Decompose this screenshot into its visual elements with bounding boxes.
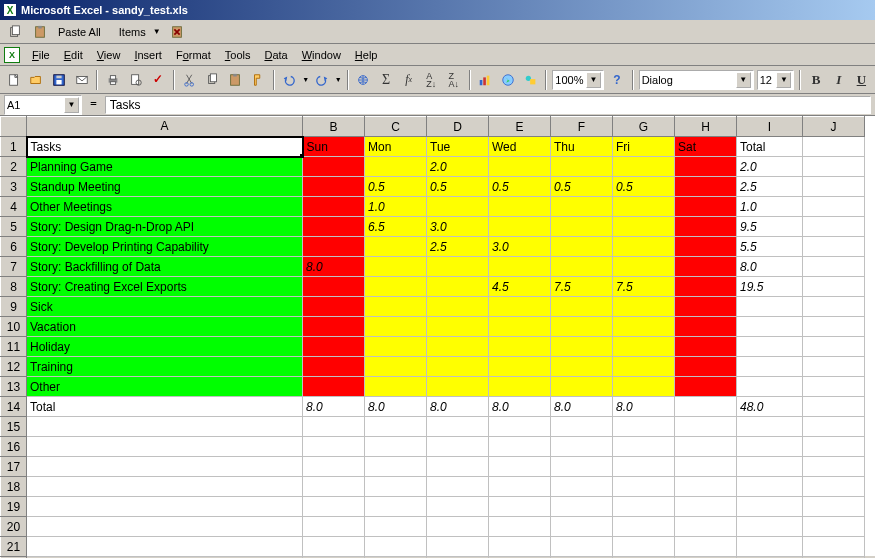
menu-view[interactable]: View: [91, 47, 127, 63]
undo-dropdown-icon[interactable]: ▼: [302, 76, 309, 83]
formula-bar[interactable]: Tasks: [105, 96, 871, 114]
menu-format[interactable]: Format: [170, 47, 217, 63]
cell-A7[interactable]: Story: Backfilling of Data: [27, 257, 303, 277]
cell-C9[interactable]: [365, 297, 427, 317]
cell-H12[interactable]: [675, 357, 737, 377]
cell-H16[interactable]: [675, 437, 737, 457]
font-combo[interactable]: Dialog▼: [639, 70, 754, 90]
cell-D7[interactable]: [427, 257, 489, 277]
cell-F10[interactable]: [551, 317, 613, 337]
cell-I15[interactable]: [737, 417, 803, 437]
cell-E18[interactable]: [489, 477, 551, 497]
column-header-A[interactable]: A: [27, 117, 303, 137]
cell-J18[interactable]: [803, 477, 865, 497]
cell-D20[interactable]: [427, 517, 489, 537]
column-header-E[interactable]: E: [489, 117, 551, 137]
cell-I3[interactable]: 2.5: [737, 177, 803, 197]
cell-C13[interactable]: [365, 377, 427, 397]
cell-E19[interactable]: [489, 497, 551, 517]
cell-B16[interactable]: [303, 437, 365, 457]
bold-button[interactable]: B: [806, 69, 826, 91]
row-header-4[interactable]: 4: [1, 197, 27, 217]
menu-data[interactable]: Data: [258, 47, 293, 63]
cell-J17[interactable]: [803, 457, 865, 477]
chevron-down-icon[interactable]: ▼: [776, 72, 791, 88]
cell-C8[interactable]: [365, 277, 427, 297]
redo-icon[interactable]: [312, 69, 332, 91]
cell-J10[interactable]: [803, 317, 865, 337]
cell-I17[interactable]: [737, 457, 803, 477]
cell-D9[interactable]: [427, 297, 489, 317]
cell-B18[interactable]: [303, 477, 365, 497]
items-dropdown-icon[interactable]: ▼: [151, 27, 163, 36]
cell-J19[interactable]: [803, 497, 865, 517]
paste-icon[interactable]: [225, 69, 245, 91]
cell-I18[interactable]: [737, 477, 803, 497]
cell-G5[interactable]: [613, 217, 675, 237]
cell-J16[interactable]: [803, 437, 865, 457]
cell-G9[interactable]: [613, 297, 675, 317]
cell-D19[interactable]: [427, 497, 489, 517]
cell-A9[interactable]: Sick: [27, 297, 303, 317]
row-header-18[interactable]: 18: [1, 477, 27, 497]
close-clipboard-icon[interactable]: [166, 21, 188, 43]
cell-F19[interactable]: [551, 497, 613, 517]
column-header-C[interactable]: C: [365, 117, 427, 137]
column-header-I[interactable]: I: [737, 117, 803, 137]
chevron-down-icon[interactable]: ▼: [586, 72, 601, 88]
italic-button[interactable]: I: [829, 69, 849, 91]
cell-B13[interactable]: [303, 377, 365, 397]
cell-A12[interactable]: Training: [27, 357, 303, 377]
cell-F17[interactable]: [551, 457, 613, 477]
items-dropdown-label[interactable]: Items: [117, 24, 148, 40]
cell-A10[interactable]: Vacation: [27, 317, 303, 337]
cell-D21[interactable]: [427, 537, 489, 557]
cell-D16[interactable]: [427, 437, 489, 457]
row-header-3[interactable]: 3: [1, 177, 27, 197]
row-header-19[interactable]: 19: [1, 497, 27, 517]
cell-C19[interactable]: [365, 497, 427, 517]
cell-H8[interactable]: [675, 277, 737, 297]
cell-B5[interactable]: [303, 217, 365, 237]
cell-J3[interactable]: [803, 177, 865, 197]
select-all-corner[interactable]: [1, 117, 27, 137]
cell-J7[interactable]: [803, 257, 865, 277]
cell-H11[interactable]: [675, 337, 737, 357]
email-icon[interactable]: [72, 69, 92, 91]
copy-icon[interactable]: [203, 69, 223, 91]
cell-B17[interactable]: [303, 457, 365, 477]
menu-help[interactable]: Help: [349, 47, 384, 63]
cell-E8[interactable]: 4.5: [489, 277, 551, 297]
cell-F5[interactable]: [551, 217, 613, 237]
cell-F18[interactable]: [551, 477, 613, 497]
chevron-down-icon[interactable]: ▼: [736, 72, 751, 88]
cell-F15[interactable]: [551, 417, 613, 437]
cell-D15[interactable]: [427, 417, 489, 437]
cell-J5[interactable]: [803, 217, 865, 237]
cell-B1[interactable]: Sun: [303, 137, 365, 157]
cell-E1[interactable]: Wed: [489, 137, 551, 157]
cell-B20[interactable]: [303, 517, 365, 537]
cell-E3[interactable]: 0.5: [489, 177, 551, 197]
cell-E6[interactable]: 3.0: [489, 237, 551, 257]
cell-E14[interactable]: 8.0: [489, 397, 551, 417]
row-header-8[interactable]: 8: [1, 277, 27, 297]
cell-H2[interactable]: [675, 157, 737, 177]
cell-C21[interactable]: [365, 537, 427, 557]
cell-C17[interactable]: [365, 457, 427, 477]
cell-H20[interactable]: [675, 517, 737, 537]
row-header-1[interactable]: 1: [1, 137, 27, 157]
menu-edit[interactable]: Edit: [58, 47, 89, 63]
cell-B21[interactable]: [303, 537, 365, 557]
cell-D14[interactable]: 8.0: [427, 397, 489, 417]
row-header-2[interactable]: 2: [1, 157, 27, 177]
cell-G6[interactable]: [613, 237, 675, 257]
cell-C10[interactable]: [365, 317, 427, 337]
cell-F12[interactable]: [551, 357, 613, 377]
cell-F2[interactable]: [551, 157, 613, 177]
cell-E12[interactable]: [489, 357, 551, 377]
cell-B9[interactable]: [303, 297, 365, 317]
cell-F6[interactable]: [551, 237, 613, 257]
cell-C15[interactable]: [365, 417, 427, 437]
column-header-J[interactable]: J: [803, 117, 865, 137]
